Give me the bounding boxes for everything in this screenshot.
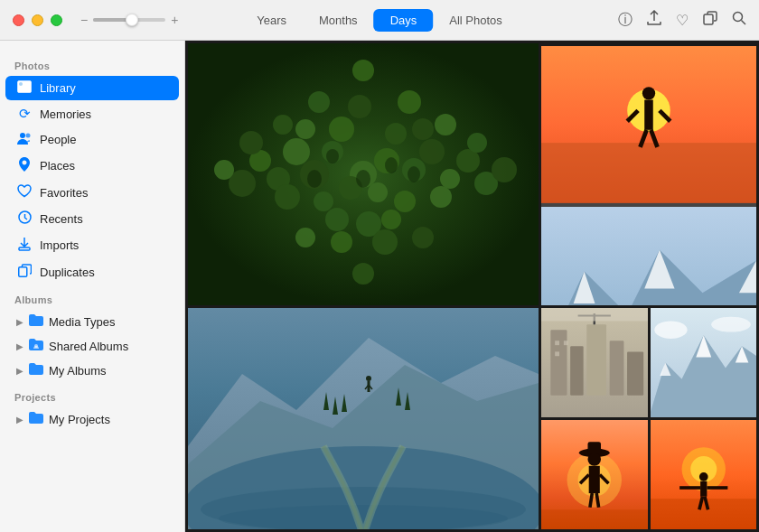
sidebar-item-places[interactable]: Places [5, 153, 179, 179]
svg-point-36 [430, 186, 452, 208]
svg-point-45 [273, 115, 293, 135]
places-icon [16, 157, 33, 174]
zoom-slider-area: − + [80, 13, 178, 27]
people-icon [16, 132, 33, 147]
svg-point-27 [348, 95, 371, 118]
svg-point-21 [283, 138, 310, 165]
zoom-track[interactable] [93, 18, 165, 22]
sidebar-item-media-types[interactable]: ▶ Media Types [5, 310, 179, 333]
nav-tabs: Years Months Days All Photos [240, 9, 519, 32]
share-icon[interactable] [647, 10, 661, 30]
svg-point-104 [587, 453, 601, 466]
svg-point-39 [352, 60, 374, 81]
my-albums-folder-icon [29, 363, 43, 378]
photo-mountains-lake[interactable] [188, 308, 539, 529]
fullscreen-button[interactable] [51, 14, 62, 26]
svg-point-53 [356, 170, 370, 188]
svg-rect-88 [627, 351, 643, 395]
svg-point-51 [295, 228, 315, 247]
photo-snow-peaks[interactable] [651, 308, 757, 417]
shared-albums-folder-icon [29, 339, 43, 353]
svg-rect-92 [555, 341, 559, 345]
sidebar-label-duplicates: Duplicates [40, 266, 95, 279]
info-icon[interactable]: ⓘ [618, 11, 632, 30]
zoom-thumb[interactable] [126, 14, 138, 26]
sidebar-label-favorites: Favorites [40, 186, 88, 200]
svg-rect-87 [610, 341, 624, 396]
svg-point-49 [331, 231, 352, 253]
search-icon[interactable] [732, 11, 746, 29]
main-area: Photos Library ⟳ Memories [0, 41, 759, 532]
svg-point-47 [239, 131, 263, 154]
photo-spread-arms-sunset[interactable] [651, 420, 757, 529]
sidebar-item-people[interactable]: People [5, 127, 179, 152]
svg-point-57 [408, 166, 420, 182]
tab-days[interactable]: Days [374, 9, 434, 32]
sidebar-item-imports[interactable]: Imports [5, 232, 179, 258]
sidebar-item-duplicates[interactable]: Duplicates [5, 259, 179, 285]
my-projects-folder-icon [29, 412, 43, 426]
memories-icon: ⟳ [16, 106, 33, 122]
photo-city[interactable] [541, 308, 648, 417]
duplicate-icon[interactable] [703, 11, 717, 29]
svg-line-2 [742, 21, 746, 25]
photo-sunset-silhouette[interactable] [541, 46, 756, 207]
photo-portrait-area: ••• [541, 43, 756, 305]
sidebar-label-imports: Imports [40, 238, 79, 252]
media-types-folder-icon [29, 314, 43, 329]
sidebar-item-recents[interactable]: Recents [5, 206, 179, 231]
sidebar-item-favorites[interactable]: Favorites [5, 180, 179, 205]
svg-rect-86 [586, 324, 606, 396]
sidebar-label-media-types: Media Types [49, 315, 115, 329]
chevron-right-icon: ▶ [16, 317, 23, 327]
svg-point-24 [394, 191, 416, 212]
svg-rect-9 [18, 267, 26, 277]
sidebar-item-shared-albums[interactable]: ▶ Shared Albums [5, 334, 179, 358]
tab-all-photos[interactable]: All Photos [433, 9, 519, 32]
zoom-in-button[interactable]: + [171, 13, 178, 27]
tab-months[interactable]: Months [303, 9, 374, 32]
svg-point-26 [440, 169, 460, 189]
favorite-icon[interactable]: ♡ [676, 12, 689, 29]
sidebar-item-my-albums[interactable]: ▶ My Albums [5, 359, 179, 382]
sidebar-label-my-projects: My Projects [49, 413, 110, 426]
svg-point-115 [698, 472, 707, 481]
svg-point-33 [325, 208, 349, 231]
svg-point-32 [412, 118, 434, 140]
sidebar-label-my-albums: My Albums [49, 364, 107, 378]
duplicates-icon [16, 264, 33, 280]
sidebar-item-library[interactable]: Library [5, 76, 179, 100]
close-button[interactable] [13, 14, 24, 26]
photo-forest[interactable] [188, 43, 539, 305]
sidebar-item-my-projects[interactable]: ▶ My Projects [5, 407, 179, 431]
sidebar-label-memories: Memories [40, 107, 91, 121]
svg-point-97 [654, 322, 687, 339]
svg-point-40 [352, 263, 374, 285]
svg-point-43 [308, 91, 330, 113]
photo-grid: ••• [185, 41, 759, 532]
minimize-button[interactable] [32, 14, 43, 26]
svg-point-98 [711, 317, 751, 332]
photo-small-row [541, 46, 756, 305]
svg-point-42 [492, 157, 517, 182]
svg-point-35 [275, 184, 300, 210]
zoom-fill [93, 18, 129, 22]
photo-mountains-snow[interactable] [541, 207, 756, 305]
svg-point-50 [372, 229, 398, 255]
svg-rect-95 [541, 308, 648, 322]
tab-years[interactable]: Years [240, 9, 303, 32]
svg-point-23 [314, 191, 333, 211]
svg-rect-94 [555, 351, 559, 356]
photo-silhouette-hat[interactable] [541, 420, 648, 529]
svg-point-66 [642, 87, 655, 99]
svg-point-31 [295, 119, 315, 139]
section-label-photos: Photos [0, 51, 184, 75]
svg-line-108 [590, 493, 592, 508]
svg-rect-85 [570, 346, 584, 395]
recents-icon [16, 210, 33, 227]
svg-point-6 [26, 134, 31, 138]
zoom-out-button[interactable]: − [80, 13, 88, 27]
sidebar-item-memories[interactable]: ⟳ Memories [5, 101, 179, 126]
svg-rect-64 [541, 143, 756, 203]
sidebar-label-places: Places [40, 159, 75, 173]
